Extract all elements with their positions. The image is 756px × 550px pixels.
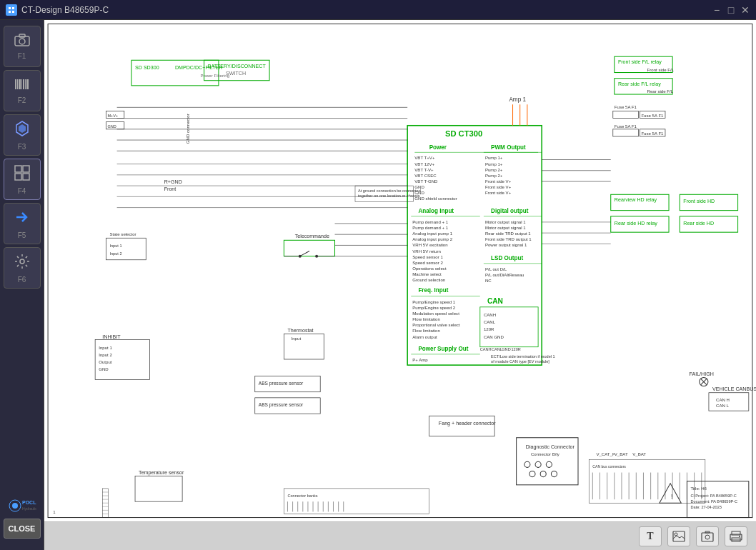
svg-text:Front side V+: Front side V+ [485,184,512,189]
sidebar-label-f6: F6 [18,276,26,284]
svg-text:Analog input pump 1: Analog input pump 1 [412,231,452,236]
window-controls[interactable]: − □ ✕ [712,5,750,15]
svg-text:Fuse 5A F1: Fuse 5A F1 [615,104,637,109]
bottom-toolbar: T [44,521,756,550]
sidebar-item-f6[interactable]: F6 [4,247,41,289]
svg-text:Power Filtering: Power Filtering [201,73,230,78]
minimize-button[interactable]: − [712,5,722,15]
svg-text:INHIBIT: INHIBIT [102,334,121,340]
svg-marker-15 [19,124,26,133]
sidebar-item-f4[interactable]: F4 [4,159,41,200]
svg-text:GND: GND [107,124,116,129]
svg-rect-3 [12,11,14,13]
app-icon [6,4,17,16]
svg-text:VRH 5V excitation: VRH 5V excitation [412,242,447,247]
sidebar-label-f3: F3 [18,143,26,151]
svg-text:Freq. Input: Freq. Input [418,287,448,294]
svg-text:Speed sensor 2: Speed sensor 2 [412,260,443,265]
svg-text:Title: H6: Title: H6 [691,486,707,491]
arrow-icon [14,209,31,229]
svg-text:Input 1: Input 1 [99,345,112,350]
svg-text:Power: Power [429,144,447,151]
svg-rect-18 [15,174,21,180]
svg-text:Front side V+: Front side V+ [485,190,512,195]
svg-text:Pump 1+: Pump 1+ [485,156,503,161]
svg-text:CAN bus connectors: CAN bus connectors [592,464,626,469]
svg-rect-8 [17,79,18,89]
sidebar-item-f3[interactable]: F3 [4,114,41,156]
svg-text:Front side F/L: Front side F/L [647,67,675,72]
svg-rect-17 [23,166,29,172]
svg-text:SD SD300: SD SD300 [135,65,159,71]
sidebar-item-f2[interactable]: F2 [4,70,41,111]
svg-text:VBT T-V+: VBT T-V+ [414,167,434,172]
svg-rect-9 [19,79,21,89]
svg-text:P+ Amp: P+ Amp [412,357,428,362]
svg-text:Power Supply Out: Power Supply Out [418,346,468,352]
close-button[interactable]: ✕ [740,5,750,15]
sidebar-label-f5: F5 [18,231,26,239]
sidebar-label-f2: F2 [18,96,26,104]
svg-text:Ground selection: Ground selection [412,277,445,282]
svg-text:Speed sensor 1: Speed sensor 1 [412,254,443,259]
svg-text:Fuse 5A F1: Fuse 5A F1 [641,113,664,118]
sidebar-bottom: POCLAIN Hydraulics CLOSE [0,499,44,544]
svg-text:Rear side HD: Rear side HD [683,221,714,226]
svg-text:1: 1 [53,509,56,514]
svg-text:V_BAT: V_BAT [632,451,646,456]
svg-text:CANH: CANH [480,347,492,351]
svg-point-20 [20,259,24,264]
svg-text:CANL: CANL [484,319,496,324]
maximize-button[interactable]: □ [726,5,736,15]
content-area: SD SD300 DMPDC/DC+FILTER Power Filtering… [44,20,756,550]
svg-rect-10 [21,79,22,89]
svg-text:Proportional valve select: Proportional valve select [412,322,460,327]
svg-text:Date: 27-04-2023: Date: 27-04-2023 [691,505,722,509]
svg-text:Pump 2+: Pump 2+ [485,167,503,172]
window-title: CT-Design B48659P-C [21,5,712,15]
svg-text:Input: Input [292,336,302,341]
svg-rect-13 [26,79,29,89]
svg-rect-7 [15,79,16,89]
screenshot-icon [701,531,714,542]
schematic-diagram[interactable]: SD SD300 DMPDC/DC+FILTER Power Filtering… [44,20,756,521]
svg-rect-259 [702,533,713,541]
svg-text:together on one location or ch: together on one location or chassis [358,194,420,198]
print-tool-button[interactable] [725,526,747,546]
svg-point-258 [675,533,677,536]
svg-text:Temperature sensor: Temperature sensor [139,470,184,476]
close-button[interactable]: CLOSE [4,519,41,539]
image-tool-button[interactable] [667,526,690,546]
svg-point-22 [12,503,18,509]
svg-text:CANH: CANH [484,312,496,317]
svg-text:CAN L: CAN L [716,403,730,408]
sidebar-item-f1[interactable]: F1 [4,26,41,67]
svg-text:Pump 1+: Pump 1+ [485,161,503,166]
print-icon [730,531,742,542]
svg-text:120R: 120R [511,347,520,351]
svg-rect-1 [12,7,14,9]
svg-text:P/L out/DiAltReseau: P/L out/DiAltReseau [485,272,524,277]
camera-tool-button[interactable] [696,526,719,546]
sidebar-label-f1: F1 [18,52,26,60]
svg-text:Modulation speed select: Modulation speed select [412,311,459,316]
text-tool-button[interactable]: T [639,526,662,546]
svg-text:LSD Output: LSD Output [491,255,523,261]
svg-text:ECT/Low side termination if mo: ECT/Low side termination if model 1 [491,354,555,359]
svg-text:Amp 1: Amp 1 [509,96,526,103]
svg-text:VRH 5V return: VRH 5V return [412,249,441,254]
sidebar-item-f5[interactable]: F5 [4,203,41,244]
svg-text:Thermostat: Thermostat [287,328,313,334]
svg-rect-6 [19,34,25,37]
svg-text:Input 2: Input 2 [109,251,121,256]
svg-text:NC: NC [485,278,492,283]
svg-text:V_CAT_F: V_CAT_F [596,451,615,456]
svg-text:GND: GND [502,347,510,351]
svg-text:Pump demand + 1: Pump demand + 1 [412,219,448,224]
svg-text:Rearview HD relay: Rearview HD relay [615,197,657,203]
svg-rect-25 [44,20,756,521]
svg-text:VEHICLE CANBUS: VEHICLE CANBUS [712,386,756,392]
svg-text:Operations select: Operations select [412,266,447,271]
svg-text:Front side F/L relay: Front side F/L relay [618,59,662,65]
image-icon [672,531,685,542]
